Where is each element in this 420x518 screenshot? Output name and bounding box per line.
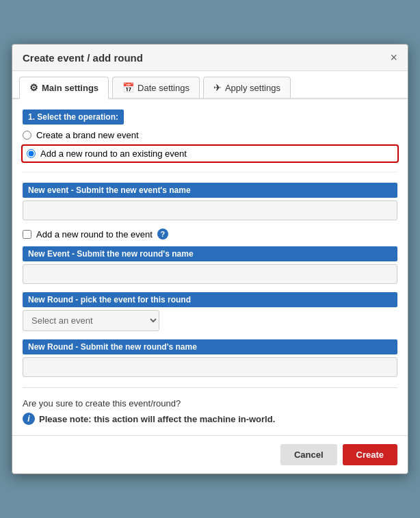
pick-event-label: New Round - pick the event for this roun…: [23, 292, 397, 307]
tab-date-label: Date settings: [137, 83, 189, 93]
new-event-name-label: New event - Submit the new event's name: [23, 183, 397, 198]
close-button[interactable]: ×: [390, 51, 397, 64]
send-icon: ✈: [213, 82, 222, 93]
modal-overlay: Create event / add round × ⚙ Main settin…: [0, 0, 420, 518]
tab-apply-label: Apply settings: [225, 83, 280, 93]
section-label: 1. Select the operation:: [23, 109, 124, 125]
tab-date-settings[interactable]: 📅 Date settings: [112, 77, 200, 98]
calendar-icon: 📅: [122, 82, 134, 93]
new-event-name-section: New event - Submit the new event's name: [23, 183, 397, 220]
radio-new-event[interactable]: Create a brand new event: [23, 130, 397, 140]
modal-header: Create event / add round ×: [12, 44, 408, 71]
tab-apply-settings[interactable]: ✈ Apply settings: [203, 77, 291, 98]
radio-add-round-label: Add a new round to an existing event: [40, 148, 187, 159]
tab-main-label: Main settings: [42, 83, 99, 93]
add-round-checkbox[interactable]: [23, 230, 31, 239]
tabs-container: ⚙ Main settings 📅 Date settings ✈ Apply …: [12, 71, 408, 99]
tab-main-settings[interactable]: ⚙ Main settings: [19, 77, 109, 99]
notice-warning: i Please note: this action will affect t…: [23, 413, 397, 425]
settings-icon: ⚙: [29, 82, 38, 93]
new-round-name-input[interactable]: [23, 357, 397, 377]
divider: [23, 387, 397, 388]
modal-body: 1. Select the operation: Create a brand …: [12, 99, 408, 435]
add-round-checkbox-row: Add a new round to the event ?: [23, 229, 397, 239]
pick-event-select[interactable]: Select an event: [23, 310, 159, 331]
radio-new-event-label: Create a brand new event: [36, 130, 139, 140]
pick-event-section: New Round - pick the event for this roun…: [23, 292, 397, 331]
modal-dialog: Create event / add round × ⚙ Main settin…: [12, 44, 408, 474]
notice-warning-text: Please note: this action will affect the…: [39, 414, 275, 424]
info-icon: i: [23, 413, 35, 425]
help-icon[interactable]: ?: [157, 229, 168, 239]
new-event-name-input[interactable]: [23, 200, 397, 220]
operation-section: 1. Select the operation: Create a brand …: [23, 109, 397, 172]
new-round-name-section: New Round - Submit the new round's name: [23, 339, 397, 377]
create-button[interactable]: Create: [343, 444, 397, 465]
modal-footer: Cancel Create: [12, 435, 408, 474]
new-event-round-name-section: New Event - Submit the new round's name: [23, 246, 397, 284]
radio-group: Create a brand new event Add a new round…: [23, 130, 397, 172]
cancel-button[interactable]: Cancel: [280, 444, 337, 465]
add-round-checkbox-label: Add a new round to the event: [36, 229, 153, 239]
radio-add-round[interactable]: Add a new round to an existing event: [23, 146, 397, 161]
modal-title: Create event / add round: [23, 52, 143, 64]
new-event-round-name-input[interactable]: [23, 264, 397, 284]
notice-question: Are you sure to create this event/round?: [23, 398, 397, 409]
radio-add-round-input[interactable]: [27, 149, 36, 158]
new-round-name-label: New Round - Submit the new round's name: [23, 339, 397, 354]
radio-new-event-input[interactable]: [23, 131, 31, 140]
new-event-round-name-label: New Event - Submit the new round's name: [23, 246, 397, 261]
